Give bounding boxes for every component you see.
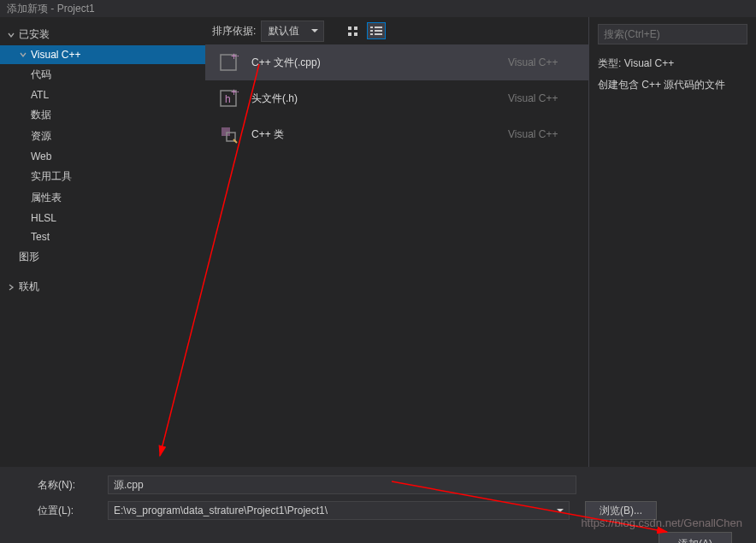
- name-label: 名称(N):: [38, 478, 99, 493]
- template-item[interactable]: ++ C++ 文件(.cpp) Visual C++: [205, 44, 588, 80]
- tree-label: 代码: [31, 68, 51, 82]
- svg-rect-9: [375, 33, 382, 35]
- cpp-file-icon: ++: [217, 51, 239, 74]
- sort-dropdown[interactable]: 默认值: [261, 21, 324, 42]
- tree-label: 资源: [31, 129, 51, 144]
- tree-item-props[interactable]: 属性表: [0, 187, 205, 209]
- svg-rect-0: [348, 27, 351, 30]
- tree-installed[interactable]: 已安装: [0, 24, 205, 45]
- template-type: 类型: Visual C++: [598, 56, 747, 71]
- main-area: 已安装 Visual C++ 代码 ATL 数据 资源 Web 实用工具 属性表…: [0, 17, 756, 467]
- template-lang: Visual C++: [508, 56, 576, 68]
- sidebar: 已安装 Visual C++ 代码 ATL 数据 资源 Web 实用工具 属性表…: [0, 17, 205, 467]
- template-name: C++ 文件(.cpp): [251, 56, 496, 70]
- tree-label: ATL: [31, 89, 49, 101]
- chevron-down-icon: [7, 31, 15, 39]
- window-title: 添加新项 - Project1: [7, 2, 95, 16]
- type-label: 类型:: [598, 57, 621, 69]
- chevron-right-icon: [7, 283, 15, 292]
- tree-item-code[interactable]: 代码: [0, 64, 205, 86]
- svg-rect-7: [375, 30, 382, 32]
- svg-rect-2: [348, 32, 351, 36]
- tree-item-test[interactable]: Test: [0, 227, 205, 246]
- name-input[interactable]: [108, 475, 576, 494]
- chevron-down-icon: [19, 50, 27, 59]
- template-lang: Visual C++: [508, 128, 576, 140]
- list-icon: [370, 26, 382, 36]
- grid-icon: [347, 26, 358, 37]
- view-grid-button[interactable]: [343, 22, 362, 39]
- add-label: 添加(A): [678, 538, 712, 543]
- center-panel: 排序依据: 默认值 ++ C++ 文件(.cpp) Visual C++ h++: [205, 17, 588, 467]
- tree-online[interactable]: 联机: [0, 276, 205, 298]
- search-input[interactable]: [604, 28, 741, 40]
- right-panel: 类型: Visual C++ 创建包含 C++ 源代码的文件: [588, 17, 756, 467]
- tree-item-hlsl[interactable]: HLSL: [0, 209, 205, 227]
- tree-label: Test: [31, 231, 50, 243]
- svg-rect-3: [354, 32, 357, 36]
- template-name: C++ 类: [251, 127, 496, 142]
- tree-label: 已安装: [19, 27, 50, 42]
- browse-button[interactable]: 浏览(B)...: [585, 501, 657, 520]
- template-item[interactable]: C++ 类 Visual C++: [205, 116, 588, 152]
- svg-rect-15: [221, 127, 230, 136]
- search-container: [598, 24, 747, 44]
- tree-item-web[interactable]: Web: [0, 147, 205, 166]
- browse-label: 浏览(B)...: [599, 504, 642, 518]
- type-value: Visual C++: [624, 57, 674, 69]
- title-bar: 添加新项 - Project1: [0, 0, 756, 17]
- svg-rect-4: [370, 27, 373, 28]
- svg-rect-5: [375, 27, 382, 28]
- path-label: 位置(L):: [38, 504, 99, 518]
- tree-item-utility[interactable]: 实用工具: [0, 166, 205, 187]
- class-icon: [217, 123, 239, 145]
- svg-rect-1: [354, 27, 357, 30]
- tree-label: 图形: [19, 250, 39, 264]
- svg-text:++: ++: [231, 52, 239, 62]
- tree-graphics[interactable]: 图形: [0, 246, 205, 268]
- svg-text:h: h: [225, 93, 231, 105]
- tree-label: Visual C++: [31, 49, 80, 61]
- bottom-form: 名称(N): 位置(L): E:\vs_program\data_stratur…: [0, 467, 756, 543]
- tree-visual-cpp[interactable]: Visual C++: [0, 45, 205, 64]
- tree-item-data[interactable]: 数据: [0, 104, 205, 126]
- h-file-icon: h++: [217, 87, 239, 109]
- tree-item-atl[interactable]: ATL: [0, 86, 205, 104]
- svg-text:++: ++: [231, 88, 239, 98]
- sort-value: 默认值: [269, 24, 299, 38]
- template-desc: 创建包含 C++ 源代码的文件: [598, 78, 747, 92]
- path-value: E:\vs_program\data_strature\Project1\Pro…: [114, 505, 328, 516]
- center-toolbar: 排序依据: 默认值: [205, 17, 588, 44]
- svg-rect-6: [370, 30, 373, 32]
- tree-label: HLSL: [31, 212, 56, 224]
- template-list: ++ C++ 文件(.cpp) Visual C++ h++ 头文件(.h) V…: [205, 44, 588, 467]
- tree-item-resource[interactable]: 资源: [0, 126, 205, 147]
- add-button[interactable]: 添加(A): [659, 532, 732, 543]
- tree-label: 属性表: [31, 191, 62, 205]
- template-lang: Visual C++: [508, 92, 576, 104]
- template-name: 头文件(.h): [251, 91, 496, 106]
- svg-rect-8: [370, 33, 373, 35]
- tree-label: 数据: [31, 108, 51, 122]
- tree-label: 实用工具: [31, 169, 72, 184]
- sort-label: 排序依据:: [212, 24, 256, 38]
- tree-label: Web: [31, 151, 51, 162]
- template-item[interactable]: h++ 头文件(.h) Visual C++: [205, 80, 588, 116]
- tree-label: 联机: [19, 280, 39, 294]
- path-dropdown[interactable]: E:\vs_program\data_strature\Project1\Pro…: [108, 501, 570, 520]
- view-list-button[interactable]: [367, 22, 386, 39]
